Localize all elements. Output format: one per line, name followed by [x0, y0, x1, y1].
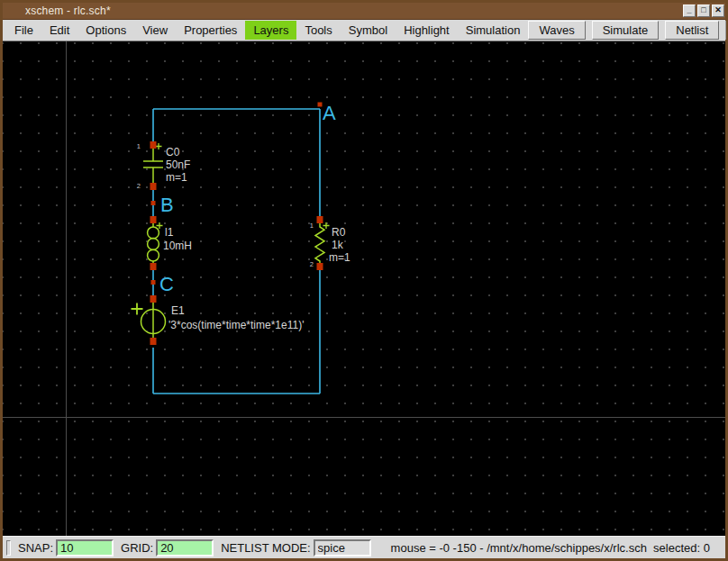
menu-item-simulation[interactable]: Simulation — [458, 21, 529, 40]
component-ref[interactable]: R0 — [332, 226, 346, 239]
grid-input[interactable] — [156, 539, 214, 556]
minimize-button[interactable]: _ — [683, 5, 696, 17]
component-ref[interactable]: l1 — [165, 226, 174, 239]
titlebar[interactable]: xschem - rlc.sch* _ □ ✕ — [3, 3, 725, 20]
menu-item-tools[interactable]: Tools — [296, 21, 340, 40]
close-button[interactable]: ✕ — [712, 5, 724, 17]
menubar-right-group: Waves Simulate Netlist Help — [528, 21, 728, 40]
component-value[interactable]: 50nF — [166, 158, 190, 171]
menu-item-edit[interactable]: Edit — [41, 21, 77, 40]
snap-input[interactable] — [56, 539, 114, 556]
component-value[interactable]: '3*cos(time*time*time*1e11)' — [168, 319, 304, 331]
resistor-plus-icon — [323, 222, 330, 229]
net-label-B[interactable]: B — [160, 194, 174, 216]
grid-label: GRID: — [121, 541, 153, 555]
component-source-E1[interactable]: E1 '3*cos(time*time*time*1e11)' — [132, 295, 305, 345]
net-label-A[interactable]: A — [323, 102, 336, 124]
pin-number: 2 — [310, 260, 314, 268]
component-ref[interactable]: E1 — [171, 304, 185, 317]
component-param[interactable]: m=1 — [166, 171, 187, 184]
component-param[interactable]: m=1 — [329, 251, 350, 264]
menubar: File Edit Options View Properties Layers… — [3, 20, 725, 41]
statusbar: SNAP: GRID: NETLIST MODE: mouse = -0 -15… — [3, 536, 725, 558]
label-pin-square — [151, 201, 156, 205]
pin-square — [150, 263, 157, 270]
pin-square — [150, 141, 157, 149]
xschem-window: xschem - rlc.sch* _ □ ✕ File Edit Option… — [0, 0, 728, 561]
label-pin-square — [151, 280, 156, 285]
schematic-canvas[interactable]: 1 2 C0 50nF m=1 l1 10mH — [3, 41, 725, 536]
pin-square — [150, 183, 157, 190]
mouse-status-text: mouse = -0 -150 - /mnt/x/home/schippes/x… — [391, 541, 710, 555]
component-inductor-l1[interactable]: l1 10mH — [148, 216, 192, 270]
waves-button[interactable]: Waves — [528, 21, 585, 40]
pin-square — [150, 295, 157, 303]
pin-number: 1 — [310, 222, 314, 230]
component-ref[interactable]: C0 — [166, 146, 180, 158]
window-title: xschem - rlc.sch* — [25, 5, 111, 17]
pin-number: 1 — [137, 142, 141, 150]
menu-item-view[interactable]: View — [134, 21, 176, 40]
menu-item-options[interactable]: Options — [77, 21, 134, 40]
capacitor-symbol — [143, 149, 163, 183]
pin-number: 2 — [137, 182, 141, 190]
simulate-button[interactable]: Simulate — [592, 21, 660, 40]
menu-item-highlight[interactable]: Highlight — [396, 21, 458, 40]
capacitor-plus-icon — [156, 143, 162, 149]
statusbar-grip — [6, 540, 11, 556]
menu-item-layers[interactable]: Layers — [245, 21, 296, 40]
component-value[interactable]: 1k — [332, 239, 344, 251]
component-value[interactable]: 10mH — [163, 240, 192, 252]
inductor-coil — [148, 227, 159, 239]
netlist-mode-label: NETLIST MODE: — [221, 541, 310, 555]
inductor-coil — [148, 249, 159, 261]
pin-square — [150, 338, 157, 345]
pin-square — [317, 216, 323, 223]
net-labels[interactable]: A B C — [151, 102, 337, 295]
netlist-button[interactable]: Netlist — [665, 21, 719, 40]
net-label-C[interactable]: C — [159, 273, 174, 295]
resistor-symbol — [315, 223, 324, 263]
label-pin-square — [318, 103, 323, 107]
menu-item-properties[interactable]: Properties — [176, 21, 245, 40]
maximize-button[interactable]: □ — [697, 5, 710, 17]
pin-square — [150, 216, 157, 223]
component-resistor-R0[interactable]: 1 2 R0 1k m=1 — [310, 216, 350, 270]
schematic-drawing[interactable]: 1 2 C0 50nF m=1 l1 10mH — [3, 41, 725, 536]
inductor-coil — [148, 239, 159, 250]
snap-label: SNAP: — [18, 541, 53, 555]
component-capacitor-C0[interactable]: 1 2 C0 50nF m=1 — [137, 141, 191, 190]
menu-item-file[interactable]: File — [6, 21, 41, 40]
window-controls: _ □ ✕ — [683, 5, 724, 17]
netlist-mode-input[interactable] — [314, 539, 371, 556]
menu-item-symbol[interactable]: Symbol — [341, 21, 396, 40]
source-plus-icon — [132, 303, 143, 315]
pin-square — [317, 263, 323, 270]
